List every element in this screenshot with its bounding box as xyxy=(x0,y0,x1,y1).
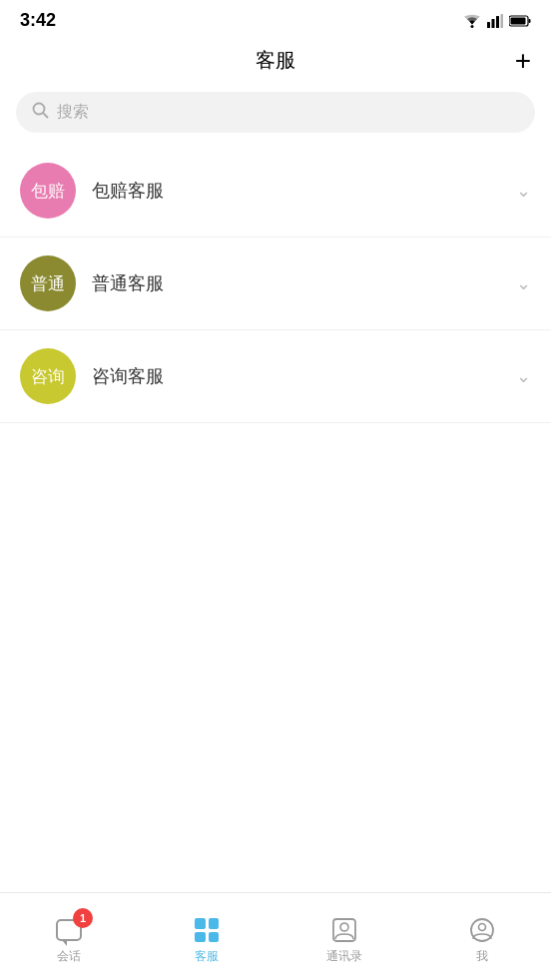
svg-rect-3 xyxy=(496,16,499,28)
item-label-zixun: 咨询客服 xyxy=(92,364,508,388)
chevron-icon-zixun: ⌄ xyxy=(516,365,531,387)
status-time: 3:42 xyxy=(20,10,56,31)
chat-badge: 1 xyxy=(73,908,93,928)
search-container: 搜索 xyxy=(0,84,551,145)
search-bar[interactable]: 搜索 xyxy=(16,92,535,133)
status-bar: 3:42 xyxy=(0,0,551,37)
grid-icon xyxy=(195,918,219,942)
svg-rect-7 xyxy=(511,17,526,24)
item-label-putong: 普通客服 xyxy=(92,271,508,295)
avatar-putong: 普通 xyxy=(20,255,76,311)
nav-item-me[interactable]: 我 xyxy=(413,908,551,965)
svg-rect-4 xyxy=(501,14,504,28)
chevron-icon-baopei: ⌄ xyxy=(516,180,531,202)
item-label-baopei: 包赔客服 xyxy=(92,179,508,203)
nav-item-service[interactable]: 客服 xyxy=(138,908,276,965)
nav-item-chat[interactable]: 1 会话 xyxy=(0,908,138,965)
nav-label-contacts: 通讯录 xyxy=(326,948,362,965)
list-item-zixun[interactable]: 咨询 咨询客服 ⌄ xyxy=(0,330,551,423)
contacts-icon-wrap xyxy=(330,916,358,944)
svg-line-9 xyxy=(43,113,48,118)
nav-label-me: 我 xyxy=(476,948,488,965)
list-container: 包赔 包赔客服 ⌄ 普通 普通客服 ⌄ 咨询 咨询客服 ⌄ xyxy=(0,145,551,423)
nav-label-chat: 会话 xyxy=(57,948,81,965)
service-icon-wrap xyxy=(193,916,221,944)
avatar-zixun: 咨询 xyxy=(20,348,76,404)
avatar-baopei: 包赔 xyxy=(20,163,76,219)
me-icon-wrap xyxy=(468,916,496,944)
svg-point-11 xyxy=(340,923,348,931)
search-icon xyxy=(32,102,49,123)
svg-point-13 xyxy=(479,924,486,931)
contacts-icon xyxy=(331,917,357,943)
search-placeholder: 搜索 xyxy=(57,102,89,123)
me-icon xyxy=(469,917,495,943)
status-icons xyxy=(463,14,531,28)
battery-icon xyxy=(509,15,531,27)
header: 客服 + xyxy=(0,37,551,84)
chat-icon-wrap: 1 xyxy=(55,916,83,944)
list-item-putong[interactable]: 普通 普通客服 ⌄ xyxy=(0,238,551,330)
nav-label-service: 客服 xyxy=(195,948,219,965)
signal-icon xyxy=(487,14,503,28)
add-button[interactable]: + xyxy=(515,45,531,77)
bottom-nav: 1 会话 客服 通讯录 xyxy=(0,892,551,980)
page-title: 客服 xyxy=(256,47,295,74)
nav-item-contacts[interactable]: 通讯录 xyxy=(276,908,413,965)
list-item-baopei[interactable]: 包赔 包赔客服 ⌄ xyxy=(0,145,551,238)
svg-rect-1 xyxy=(487,22,490,28)
svg-point-0 xyxy=(471,25,474,28)
wifi-icon xyxy=(463,14,481,28)
svg-rect-2 xyxy=(492,19,495,28)
svg-rect-6 xyxy=(529,19,531,23)
chevron-icon-putong: ⌄ xyxy=(516,272,531,294)
